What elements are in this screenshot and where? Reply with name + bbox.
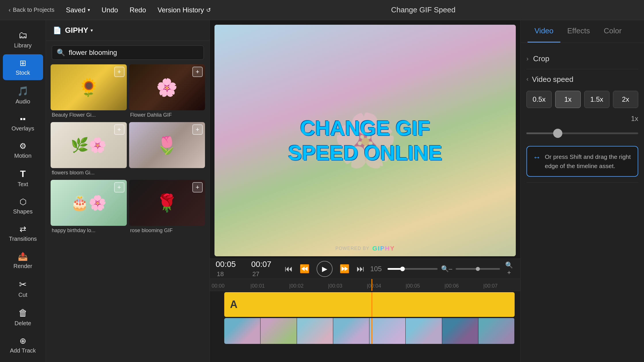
sidebar-item-overlays[interactable]: ▪▪ Overlays xyxy=(3,110,43,136)
text-label: Text xyxy=(18,181,28,188)
track-playhead-1 xyxy=(371,292,372,317)
play-button[interactable]: ▶ xyxy=(317,261,333,277)
video-speed-header[interactable]: › Video speed xyxy=(526,75,638,84)
transitions-label: Transitions xyxy=(9,236,37,242)
playhead[interactable] xyxy=(371,279,372,291)
sidebar-item-add-track[interactable]: ⊕ Add Track xyxy=(3,332,43,358)
video-track-content xyxy=(224,318,515,344)
saved-dropdown-icon: ▾ xyxy=(88,7,90,13)
redo-button[interactable]: Redo xyxy=(130,6,146,14)
list-item[interactable]: 🌿🌸 + flowers bloom Gi... xyxy=(51,122,127,178)
speed-button-1.5x[interactable]: 1.5x xyxy=(584,91,610,108)
main-layout: 🗂 Library ⊞ Stock 🎵 Audio ▪▪ Overlays ⚙ … xyxy=(0,20,644,362)
add-media-button-2[interactable]: + xyxy=(192,67,203,77)
ruler-mark-5: |00:05 xyxy=(404,283,443,289)
zoom-out-button[interactable]: 🔍– xyxy=(441,265,452,273)
sidebar-item-shapes[interactable]: ⬡ Shapes xyxy=(3,193,43,219)
video-thumb-5 xyxy=(369,318,406,344)
motion-label: Motion xyxy=(14,153,31,159)
sidebar-item-render[interactable]: 📤 Render xyxy=(3,248,43,274)
speed-button-1x[interactable]: 1x xyxy=(555,91,580,108)
media-thumb-4[interactable]: 🌷 + xyxy=(129,122,205,168)
add-track-icon: ⊕ xyxy=(20,336,26,346)
sidebar-item-text[interactable]: T Text xyxy=(3,165,43,192)
zoom-in-button[interactable]: 🔍+ xyxy=(503,261,515,276)
sidebar-item-audio[interactable]: 🎵 Audio xyxy=(3,82,43,109)
media-panel: 📄 GIPHY ▾ 🔍 🌻 + Beauty Flower Gi... xyxy=(46,20,210,362)
list-item[interactable]: 🌹 + rose blooming GIF xyxy=(129,180,205,235)
speed-button-0.5x[interactable]: 0.5x xyxy=(526,91,552,108)
panel-header: 📄 GIPHY ▾ xyxy=(46,20,210,41)
volume-slider[interactable] xyxy=(388,268,438,270)
video-thumb-strip xyxy=(224,318,515,344)
giphy-source-dropdown[interactable]: GIPHY ▾ xyxy=(65,26,93,35)
speed-unit: x xyxy=(635,115,638,122)
add-media-button-4[interactable]: + xyxy=(192,124,203,135)
zoom-slider[interactable] xyxy=(456,268,500,270)
media-thumb-1[interactable]: 🌻 + xyxy=(51,64,127,110)
list-item[interactable]: 🌻 + Beauty Flower Gi... xyxy=(51,64,127,120)
preview-text-line2: SPEED ONLINE xyxy=(288,140,442,165)
search-bar: 🔍 xyxy=(52,45,204,60)
playback-bar: 00:05 18 00:07 27 ⏮ ⏪ ▶ ⏩ ⏭ 105 🔍– xyxy=(210,259,520,279)
media-thumb-6[interactable]: 🌹 + xyxy=(129,180,205,226)
video-thumb-4 xyxy=(333,318,369,344)
speed-slider-track[interactable] xyxy=(526,132,638,134)
skip-start-button[interactable]: ⏮ xyxy=(285,264,293,274)
ruler-mark-1: |00:01 xyxy=(249,283,288,289)
speed-slider-thumb[interactable] xyxy=(553,129,562,138)
speed-slider-container xyxy=(526,128,638,139)
topbar-left: ‹ Back to Projects Saved ▾ Undo Redo Ver… xyxy=(9,6,211,14)
sidebar-item-motion[interactable]: ⚙ Motion xyxy=(3,137,43,163)
add-track-label: Add Track xyxy=(10,347,36,354)
render-icon: 📤 xyxy=(18,252,28,261)
hint-arrow-icon: ↔ xyxy=(533,153,541,162)
undo-button[interactable]: Undo xyxy=(101,6,118,14)
video-text-overlay: CHANGE GIF SPEED ONLINE xyxy=(288,116,442,165)
media-label-6: rose blooming GIF xyxy=(129,226,205,235)
hint-text: Or press Shift and drag the right edge o… xyxy=(545,152,632,170)
list-item[interactable]: 🌸 + Flower Dahlia GIF xyxy=(129,64,205,120)
version-history-button[interactable]: Version History ↺ xyxy=(158,6,211,14)
video-track[interactable] xyxy=(210,318,520,344)
text-track[interactable]: A xyxy=(210,292,520,317)
search-input[interactable] xyxy=(69,49,199,57)
skip-end-button[interactable]: ⏭ xyxy=(356,264,365,274)
saved-button[interactable]: Saved ▾ xyxy=(66,6,90,14)
sidebar-item-delete[interactable]: 🗑 Delete xyxy=(3,304,43,331)
giphy-watermark: GIPHY xyxy=(372,245,395,252)
media-thumb-2[interactable]: 🌸 + xyxy=(129,64,205,110)
audio-icon: 🎵 xyxy=(17,86,29,97)
list-item[interactable]: 🌷 + xyxy=(129,122,205,178)
add-media-button-5[interactable]: + xyxy=(114,182,124,192)
media-thumb-3[interactable]: 🌿🌸 + xyxy=(51,122,127,168)
version-history-icon: ↺ xyxy=(206,7,211,14)
ruler-marks: 00:00 |00:01 |00:02 |00:03 |00:04 |00:05… xyxy=(210,283,520,289)
sidebar-item-library[interactable]: 🗂 Library xyxy=(3,26,43,53)
list-item[interactable]: 🎂🌸 + happy birthday lo... xyxy=(51,180,127,235)
motion-icon: ⚙ xyxy=(19,141,26,151)
ruler-mark-3: |00:03 xyxy=(326,283,365,289)
add-media-button-1[interactable]: + xyxy=(114,67,124,77)
speed-button-2x[interactable]: 2x xyxy=(613,91,638,108)
tab-video[interactable]: Video xyxy=(528,20,560,43)
sidebar-item-transitions[interactable]: ⇄ Transitions xyxy=(3,220,43,246)
crop-section[interactable]: › Crop xyxy=(526,49,638,69)
fast-forward-button[interactable]: ⏩ xyxy=(340,264,350,274)
media-thumb-5[interactable]: 🎂🌸 + xyxy=(51,180,127,226)
media-label-3: flowers bloom Gi... xyxy=(51,168,127,178)
end-time-display: 105 xyxy=(370,265,382,273)
rewind-button[interactable]: ⏪ xyxy=(300,264,310,274)
video-speed-label: Video speed xyxy=(532,75,573,84)
add-media-button-6[interactable]: + xyxy=(192,182,203,192)
cut-icon: ✂ xyxy=(19,279,27,290)
back-to-projects-button[interactable]: ‹ Back to Projects xyxy=(9,7,54,13)
sidebar-item-stock[interactable]: ⊞ Stock xyxy=(3,54,43,80)
tab-color[interactable]: Color xyxy=(597,20,628,43)
sidebar-item-cut[interactable]: ✂ Cut xyxy=(3,275,43,302)
add-media-button-3[interactable]: + xyxy=(114,124,124,135)
right-panel-tabs: Video Effects Color xyxy=(521,20,644,43)
total-frame: 27 xyxy=(252,270,259,278)
back-chevron-icon: ‹ xyxy=(9,7,11,13)
tab-effects[interactable]: Effects xyxy=(560,20,597,43)
